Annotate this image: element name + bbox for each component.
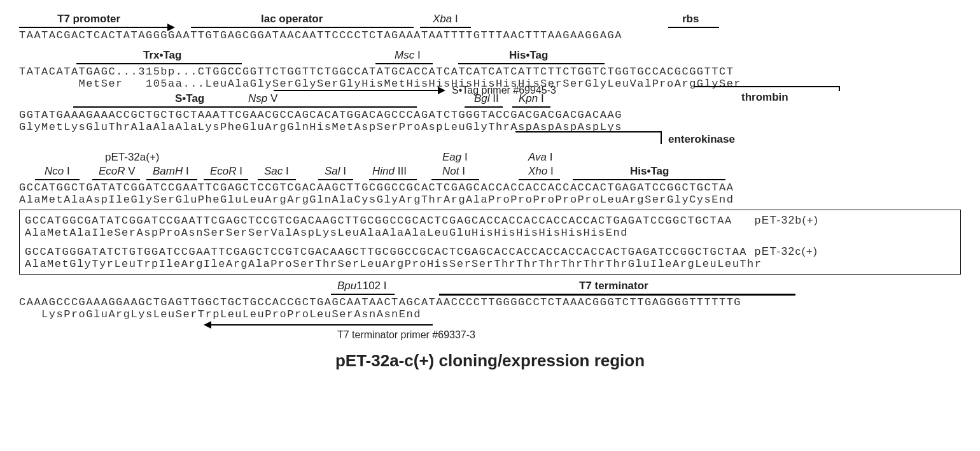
t7-terminator-bar — [439, 294, 795, 296]
t7term-primer-arrow — [210, 324, 433, 326]
histag1-bar — [458, 63, 605, 64]
seq-row2-dna: TATACATATGAGC...315bp...CTGGCCGGTTCTGGTT… — [19, 66, 961, 78]
variant-box: GCCATGGCGATATCGGATCCGAATTCGAGCTCCGTCGACA… — [19, 210, 961, 275]
t7-promoter-bar — [19, 27, 169, 28]
hindiii-bar — [369, 179, 417, 180]
seq-row7-dna: CAAAGCCCGAAAGGAAGCTGAGTTGGCTGCTGCCACCGCT… — [19, 296, 961, 308]
histag2-label: His•Tag — [630, 165, 669, 178]
bpu1102i-label: Bpu1102 I — [337, 280, 387, 292]
trxtag-bar — [76, 63, 242, 64]
kpni-label: Kpn I — [519, 92, 544, 105]
kpni-bar — [512, 106, 550, 108]
enterokinase-tick — [661, 131, 662, 144]
stag-primer-arrow — [274, 90, 439, 91]
noti-bar — [431, 179, 479, 180]
ncoi-bar — [35, 179, 80, 180]
trxtag-label: Trx•Tag — [143, 49, 181, 62]
ecorv-label: EcoR V — [99, 165, 136, 178]
rbs-bar — [668, 27, 719, 28]
enterokinase-label: enterokinase — [668, 133, 735, 146]
msci-bar — [375, 63, 433, 64]
seq-row4-dna: GCCATGGCTGATATCGGATCCGAATTCGAGCTCCGTCGAC… — [19, 182, 961, 194]
bamhi-bar — [146, 179, 197, 180]
thrombin-underline — [694, 86, 840, 87]
xbai-bar — [420, 27, 471, 28]
noti-label: Not I — [442, 165, 465, 178]
avai-label: Ava I — [528, 151, 552, 164]
seq-row1: TAATACGACTCACTATAGGGGAATTGTGAGCGGATAACAA… — [19, 29, 961, 41]
histag2-bar — [573, 179, 725, 180]
sali-label: Sal I — [325, 165, 346, 178]
seq-row5-aa: AlaMetAlaIleSerAspProAsnSerSerSerValAspL… — [25, 227, 955, 239]
histag1-label: His•Tag — [509, 49, 548, 62]
t7term-primer-label: T7 terminator primer #69337-3 — [337, 329, 475, 341]
seq-row6-dna: GCCATGGGATATCTGTGGATCCGAATTCGAGCTCCGTCGA… — [25, 245, 955, 258]
nspv-label: Nsp V — [248, 92, 277, 105]
bglii-label: Bgl II — [474, 92, 499, 105]
sali-bar — [318, 179, 353, 180]
rbs-label: rbs — [682, 13, 699, 25]
bglii-bar — [465, 106, 503, 108]
xhoi-bar — [519, 179, 560, 180]
saci-label: Sac I — [264, 165, 289, 178]
nspv-bar — [239, 106, 290, 108]
seq-row6-aa: AlaMetGlyTyrLeuTrpIleArgIleArgAlaProSerT… — [25, 258, 955, 270]
ecorv-bar — [92, 179, 140, 180]
t7-promoter-label: T7 promoter — [57, 13, 120, 25]
xbai-label: Xba I — [433, 13, 458, 25]
seq-row4-aa: AlaMetAlaAspIleGlySerGluPheGluLeuArgArgG… — [19, 194, 961, 206]
pet32a-label: pET-32a(+) — [105, 151, 160, 164]
thrombin-label: thrombin — [741, 91, 788, 104]
seq-row7-aa: LysProGluArgLysLeuSerTrpLeuLeuProProLeuS… — [19, 308, 961, 320]
seq-row5-dna: GCCATGGCGATATCGGATCCGAATTCGAGCTCCGTCGACA… — [25, 214, 955, 227]
ncoi-label: Nco I — [45, 165, 70, 178]
bpu1102i-bar — [331, 294, 395, 295]
stag-label: S•Tag — [175, 92, 204, 105]
ecori-label: EcoR I — [210, 165, 242, 178]
hindiii-label: Hind III — [372, 165, 407, 178]
bamhi-label: BamH I — [153, 165, 189, 178]
diagram-title: pET-32a-c(+) cloning/expression region — [19, 351, 961, 371]
seq-row3-dna: GGTATGAAAGAAACCGCTGCTGCTAAATTCGAACGCCAGC… — [19, 109, 961, 121]
eagi-label: Eag I — [442, 151, 468, 164]
enterokinase-underline — [515, 131, 662, 132]
seq-row3-aa: GlyMetLysGluThrAlaAlaAlaLysPheGluArgGlnH… — [19, 121, 961, 133]
ecori-bar — [204, 179, 248, 180]
lac-operator-label: lac operator — [261, 13, 323, 25]
xhoi-label: Xho I — [528, 165, 554, 178]
t7-terminator-label: T7 terminator — [579, 280, 648, 292]
msci-label: Msc I — [395, 49, 421, 62]
saci-bar — [258, 179, 296, 180]
thrombin-tick — [839, 86, 840, 91]
lac-operator-bar — [191, 27, 414, 28]
